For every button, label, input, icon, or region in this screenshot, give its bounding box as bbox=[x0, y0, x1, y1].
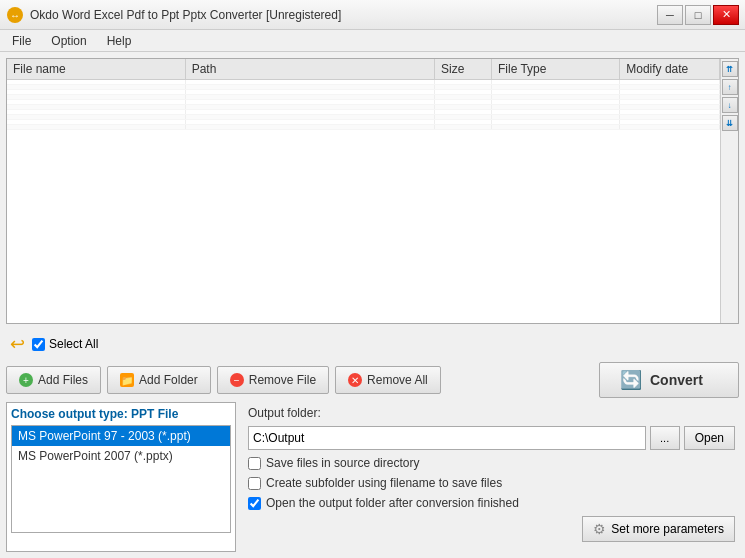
open-output-row: Open the output folder after conversion … bbox=[248, 496, 735, 510]
set-params-button[interactable]: ⚙ Set more parameters bbox=[582, 516, 735, 542]
window-title: Okdo Word Excel Pdf to Ppt Pptx Converte… bbox=[30, 8, 341, 22]
gear-icon: ⚙ bbox=[593, 521, 606, 537]
add-files-label: Add Files bbox=[38, 373, 88, 387]
folder-row: ... Open bbox=[248, 426, 735, 450]
remove-all-icon: ✕ bbox=[348, 373, 362, 387]
menu-file[interactable]: File bbox=[4, 32, 39, 50]
params-row: ⚙ Set more parameters bbox=[248, 516, 735, 542]
close-button[interactable]: ✕ bbox=[713, 5, 739, 25]
browse-button[interactable]: ... bbox=[650, 426, 680, 450]
app-icon: ↔ bbox=[6, 6, 24, 24]
col-modifydate: Modify date bbox=[620, 59, 720, 80]
output-folder-panel: Output folder: ... Open Save files in so… bbox=[244, 402, 739, 552]
output-type-label: Choose output type: bbox=[11, 407, 131, 421]
file-table[interactable]: File name Path Size File Type Modify dat… bbox=[7, 59, 720, 323]
params-label: Set more parameters bbox=[611, 522, 724, 536]
create-subfolder-label: Create subfolder using filename to save … bbox=[266, 476, 502, 490]
menu-bar: File Option Help bbox=[0, 30, 745, 52]
scroll-bottom-button[interactable]: ⇊ bbox=[722, 115, 738, 131]
create-subfolder-checkbox[interactable] bbox=[248, 477, 261, 490]
open-output-label: Open the output folder after conversion … bbox=[266, 496, 519, 510]
remove-file-label: Remove File bbox=[249, 373, 316, 387]
output-type-list[interactable]: MS PowerPoint 97 - 2003 (*.ppt) MS Power… bbox=[11, 425, 231, 533]
convert-button[interactable]: 🔄 Convert bbox=[599, 362, 739, 398]
save-source-checkbox[interactable] bbox=[248, 457, 261, 470]
remove-file-button[interactable]: − Remove File bbox=[217, 366, 329, 394]
output-folder-input[interactable] bbox=[248, 426, 646, 450]
table-header-row: File name Path Size File Type Modify dat… bbox=[7, 59, 720, 80]
toolbar-row: ↩ Select All bbox=[6, 330, 739, 358]
table-row bbox=[7, 125, 720, 130]
svg-text:↔: ↔ bbox=[10, 10, 20, 21]
add-files-icon: + bbox=[19, 373, 33, 387]
output-type-title: Choose output type: PPT File bbox=[11, 407, 231, 421]
remove-file-icon: − bbox=[230, 373, 244, 387]
convert-icon: 🔄 bbox=[620, 369, 642, 391]
add-files-button[interactable]: + Add Files bbox=[6, 366, 101, 394]
remove-all-button[interactable]: ✕ Remove All bbox=[335, 366, 441, 394]
col-filetype: File Type bbox=[492, 59, 620, 80]
col-size: Size bbox=[435, 59, 492, 80]
menu-option[interactable]: Option bbox=[43, 32, 94, 50]
scroll-top-button[interactable]: ⇈ bbox=[722, 61, 738, 77]
convert-label: Convert bbox=[650, 372, 703, 388]
back-icon[interactable]: ↩ bbox=[6, 333, 28, 355]
save-source-label: Save files in source directory bbox=[266, 456, 419, 470]
action-bar: + Add Files 📁 Add Folder − Remove File ✕… bbox=[6, 364, 739, 396]
title-bar-left: ↔ Okdo Word Excel Pdf to Ppt Pptx Conver… bbox=[6, 6, 341, 24]
remove-all-label: Remove All bbox=[367, 373, 428, 387]
add-folder-label: Add Folder bbox=[139, 373, 198, 387]
output-type-ppt[interactable]: MS PowerPoint 97 - 2003 (*.ppt) bbox=[12, 426, 230, 446]
output-type-box: Choose output type: PPT File MS PowerPoi… bbox=[6, 402, 236, 552]
title-bar-controls: ─ □ ✕ bbox=[657, 5, 739, 25]
output-folder-label: Output folder: bbox=[248, 406, 735, 420]
col-filename: File name bbox=[7, 59, 185, 80]
bottom-panel: Choose output type: PPT File MS PowerPoi… bbox=[6, 402, 739, 552]
scroll-up-button[interactable]: ↑ bbox=[722, 79, 738, 95]
create-subfolder-row: Create subfolder using filename to save … bbox=[248, 476, 735, 490]
save-source-row: Save files in source directory bbox=[248, 456, 735, 470]
scroll-down-button[interactable]: ↓ bbox=[722, 97, 738, 113]
select-all-checkbox[interactable] bbox=[32, 338, 45, 351]
add-folder-icon: 📁 bbox=[120, 373, 134, 387]
output-type-pptx[interactable]: MS PowerPoint 2007 (*.pptx) bbox=[12, 446, 230, 466]
menu-help[interactable]: Help bbox=[99, 32, 140, 50]
select-all-label[interactable]: Select All bbox=[32, 337, 98, 351]
select-all-text: Select All bbox=[49, 337, 98, 351]
maximize-button[interactable]: □ bbox=[685, 5, 711, 25]
main-container: File name Path Size File Type Modify dat… bbox=[0, 52, 745, 558]
col-path: Path bbox=[185, 59, 434, 80]
table-scrollbar: ⇈ ↑ ↓ ⇊ bbox=[720, 59, 738, 323]
add-folder-button[interactable]: 📁 Add Folder bbox=[107, 366, 211, 394]
output-type-current: PPT File bbox=[131, 407, 178, 421]
open-folder-button[interactable]: Open bbox=[684, 426, 735, 450]
title-bar: ↔ Okdo Word Excel Pdf to Ppt Pptx Conver… bbox=[0, 0, 745, 30]
minimize-button[interactable]: ─ bbox=[657, 5, 683, 25]
file-table-wrapper: File name Path Size File Type Modify dat… bbox=[6, 58, 739, 324]
open-output-checkbox[interactable] bbox=[248, 497, 261, 510]
